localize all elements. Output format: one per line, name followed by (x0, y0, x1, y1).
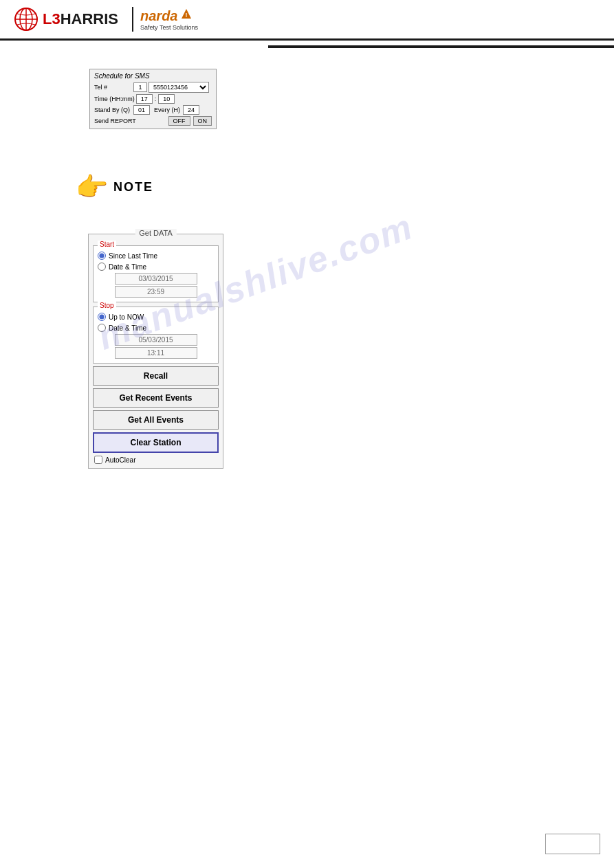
tel-label: Tel # (94, 84, 132, 91)
l3harris-logo: L3HARRIS (14, 7, 118, 32)
stop-date-input[interactable] (115, 334, 197, 346)
start-time-input[interactable] (115, 286, 197, 298)
since-last-time-row: Since Last Time (98, 252, 214, 260)
get-data-panel: Get DATA Start Since Last Time Date & Ti… (88, 234, 223, 469)
every-input[interactable] (183, 105, 199, 115)
note-label: NOTE (113, 180, 153, 194)
start-group-title: Start (98, 241, 116, 248)
narda-warning-icon: ! (181, 8, 192, 21)
get-all-events-button[interactable]: Get All Events (93, 410, 219, 430)
stop-group: Stop Up to NOW Date & Time (93, 307, 219, 364)
recall-button[interactable]: Recall (93, 366, 219, 386)
stanby-input[interactable] (133, 105, 150, 115)
brand-l3: L3 (43, 10, 61, 28)
send-report-on-button[interactable]: ON (193, 116, 212, 126)
send-report-row: Send REPORT OFF ON (94, 116, 212, 126)
date-time-stop-row: Date & Time (98, 324, 214, 332)
get-data-title: Get DATA (135, 229, 177, 237)
globe-icon (14, 7, 39, 32)
time-mm-input[interactable] (158, 94, 175, 104)
date-time-start-row: Date & Time (98, 263, 214, 271)
since-last-time-label: Since Last Time (109, 252, 157, 260)
send-report-off-button[interactable]: OFF (168, 116, 190, 126)
stop-time-input[interactable] (115, 347, 197, 359)
start-group: Start Since Last Time Date & Time (93, 245, 219, 302)
stanby-every-row: Stand By (Q) Every (H) (94, 105, 212, 115)
logo-divider (132, 7, 133, 32)
time-label: Time (HH:mm) (94, 96, 135, 102)
time-hh-input[interactable] (136, 94, 153, 104)
date-time-stop-radio[interactable] (98, 324, 106, 332)
narda-subtitle: Safety Test Solutions (140, 24, 198, 31)
bottom-right-box (545, 834, 600, 854)
brand-harris: HARRIS (61, 10, 118, 28)
date-time-start-label: Date & Time (109, 263, 146, 271)
svg-text:!: ! (185, 12, 187, 19)
autoclear-row: AutoClear (94, 456, 217, 464)
tel-row: Tel # 5550123456 (94, 82, 212, 93)
time-colon: : (154, 96, 157, 102)
get-recent-events-button[interactable]: Get Recent Events (93, 388, 219, 408)
autoclear-label: AutoClear (105, 456, 135, 464)
clear-station-button[interactable]: Clear Station (93, 432, 219, 453)
start-date-input[interactable] (115, 273, 197, 285)
black-bar (268, 45, 614, 48)
stop-group-title: Stop (98, 302, 116, 309)
note-hand-icon: 👉 (76, 172, 108, 202)
stanby-label: Stand By (Q) (94, 107, 132, 113)
since-last-time-radio[interactable] (98, 252, 106, 260)
sms-schedule-panel: Schedule for SMS Tel # 5550123456 Time (… (89, 69, 217, 129)
autoclear-checkbox[interactable] (94, 456, 102, 464)
note-section: 👉 NOTE (76, 172, 153, 202)
narda-text: narda (140, 8, 177, 24)
header: L3HARRIS narda ! Safety Test Solutions (0, 0, 614, 41)
up-to-now-label: Up to NOW (109, 313, 144, 321)
tel-num-input[interactable] (133, 82, 147, 92)
every-label: Every (H) (154, 107, 182, 113)
sms-panel-title: Schedule for SMS (94, 72, 212, 80)
time-row: Time (HH:mm) : (94, 94, 212, 104)
up-to-now-radio[interactable] (98, 313, 106, 321)
tel-dropdown[interactable]: 5550123456 (149, 82, 209, 93)
date-time-start-radio[interactable] (98, 263, 106, 271)
up-to-now-row: Up to NOW (98, 313, 214, 321)
date-time-stop-label: Date & Time (109, 324, 146, 332)
narda-logo: narda ! Safety Test Solutions (140, 8, 198, 31)
send-report-label: Send REPORT (94, 118, 166, 124)
